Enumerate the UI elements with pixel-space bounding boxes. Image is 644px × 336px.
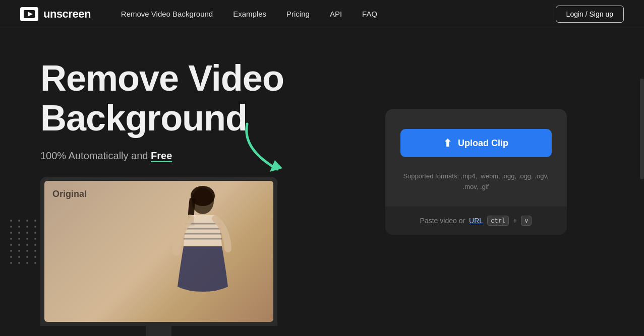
kbd-ctrl: ctrl — [487, 216, 509, 226]
nav-links: Remove Video Background Examples Pricing… — [121, 10, 556, 18]
video-preview-wrapper: Original — [40, 177, 318, 336]
upload-card: ⬆ Upload Clip Supported formats: .mp4, .… — [385, 109, 567, 235]
login-button[interactable]: Login / Sign up — [556, 6, 624, 23]
supported-formats: Supported formats: .mp4, .webm, .ogg, .o… — [403, 171, 548, 192]
nav-api[interactable]: API — [330, 10, 342, 18]
hero-right: ⬆ Upload Clip Supported formats: .mp4, .… — [338, 109, 614, 235]
hero-section: Remove Video Background 100% Automatical… — [0, 28, 644, 336]
hero-left: Remove Video Background 100% Automatical… — [40, 58, 318, 336]
nav-faq[interactable]: FAQ — [362, 10, 377, 18]
url-link[interactable]: URL — [469, 217, 483, 225]
plus-sign: + — [513, 217, 517, 225]
upload-btn-label: Upload Clip — [458, 138, 508, 149]
nav-pricing[interactable]: Pricing — [286, 10, 310, 18]
navbar: unscreen Remove Video Background Example… — [0, 0, 644, 28]
scrollbar-hint — [640, 79, 644, 179]
nav-remove-video-bg[interactable]: Remove Video Background — [121, 10, 213, 18]
paste-label-text: Paste video or — [420, 217, 465, 225]
monitor-screen: Original — [44, 181, 273, 322]
monitor-stand — [40, 326, 277, 336]
logo-icon — [20, 7, 38, 21]
original-label: Original — [52, 189, 87, 199]
arrow-container — [232, 119, 313, 179]
upload-icon: ⬆ — [443, 137, 452, 149]
nav-examples[interactable]: Examples — [233, 10, 266, 18]
kbd-v: v — [521, 216, 532, 226]
dots-decoration — [10, 220, 38, 264]
free-word: Free — [151, 150, 172, 161]
monitor-frame: Original — [40, 177, 277, 326]
logo[interactable]: unscreen — [20, 7, 91, 21]
logo-text: unscreen — [43, 8, 91, 21]
monitor-neck — [146, 326, 171, 336]
paste-area: Paste video or URL ctrl + v — [385, 207, 567, 235]
upload-clip-button[interactable]: ⬆ Upload Clip — [400, 129, 552, 157]
person-silhouette — [152, 186, 243, 322]
